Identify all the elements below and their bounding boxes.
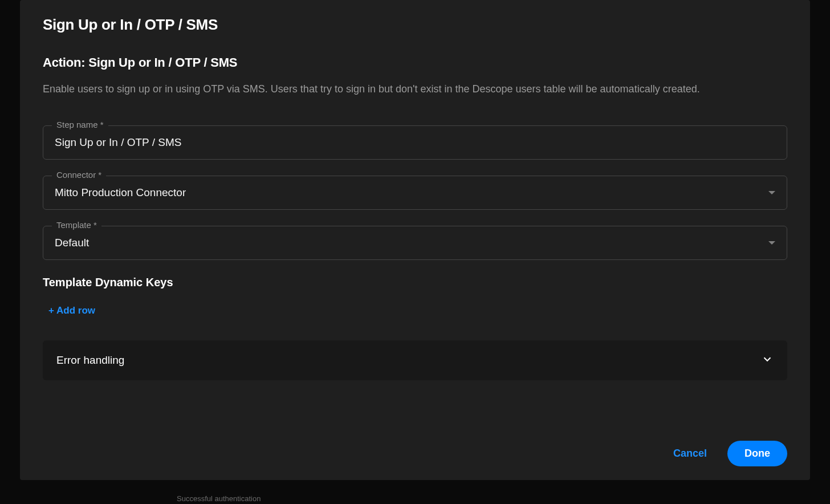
step-name-label: Step name * bbox=[52, 120, 108, 129]
error-handling-accordion[interactable]: Error handling bbox=[43, 340, 787, 380]
template-label: Template * bbox=[52, 220, 101, 230]
connector-label: Connector * bbox=[52, 170, 106, 180]
template-value: Default bbox=[55, 237, 89, 249]
action-config-modal: Sign Up or In / OTP / SMS Action: Sign U… bbox=[20, 0, 810, 480]
connector-select[interactable]: Mitto Production Connector bbox=[43, 176, 787, 210]
dropdown-arrow-icon bbox=[768, 191, 775, 194]
template-select[interactable]: Default bbox=[43, 226, 787, 260]
cancel-button[interactable]: Cancel bbox=[669, 442, 711, 465]
connector-value: Mitto Production Connector bbox=[55, 186, 186, 199]
backdrop-text: Successful authentication bbox=[177, 494, 261, 503]
modal-footer: Cancel Done bbox=[669, 441, 787, 466]
dynamic-keys-title: Template Dynamic Keys bbox=[43, 276, 787, 289]
template-field-wrapper: Template * Default bbox=[43, 226, 787, 260]
done-button[interactable]: Done bbox=[727, 441, 787, 466]
error-handling-title: Error handling bbox=[56, 354, 124, 367]
chevron-down-icon bbox=[761, 353, 774, 368]
dropdown-arrow-icon bbox=[768, 241, 775, 245]
action-description: Enable users to sign up or in using OTP … bbox=[43, 80, 772, 98]
action-subtitle: Action: Sign Up or In / OTP / SMS bbox=[43, 55, 787, 70]
step-name-field-wrapper: Step name * bbox=[43, 125, 787, 160]
connector-field-wrapper: Connector * Mitto Production Connector bbox=[43, 176, 787, 210]
modal-title: Sign Up or In / OTP / SMS bbox=[43, 16, 787, 34]
step-name-input[interactable] bbox=[43, 125, 787, 160]
add-row-button[interactable]: + Add row bbox=[43, 305, 95, 316]
